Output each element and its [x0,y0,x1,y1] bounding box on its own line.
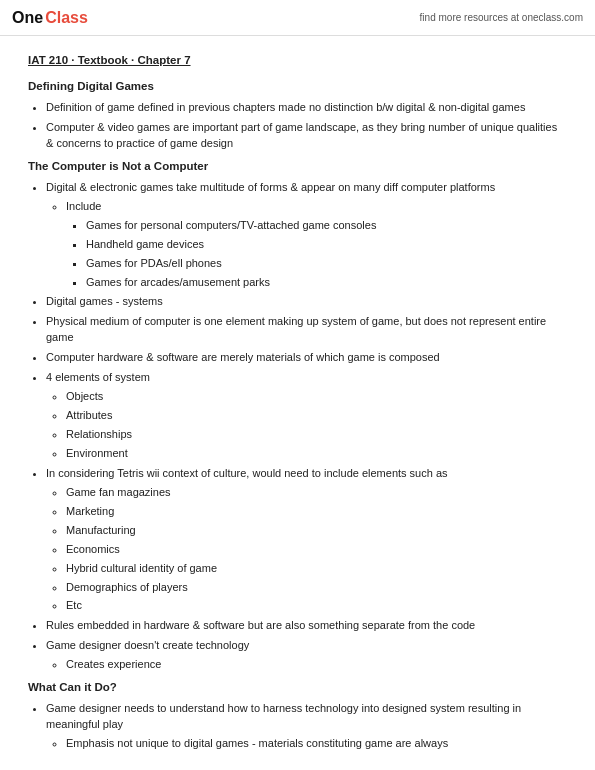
list-item: Computer & video games are important par… [46,120,567,152]
sub-list: Game fan magazines Marketing Manufacturi… [66,485,567,615]
list-item: Game fan magazines [66,485,567,501]
logo: OneClass [12,9,88,27]
list-item: Attributes [66,408,567,424]
sub-list: Include Games for personal computers/TV-… [66,199,567,291]
list-item-text: Include [66,200,101,212]
list-item-text: Digital & electronic games take multitud… [46,181,495,193]
sub-sub-list: Games for personal computers/TV-attached… [86,218,567,291]
list-item: Creates experience [66,657,567,673]
list-item: Games for personal computers/TV-attached… [86,218,567,234]
list-item: Rules embedded in hardware & software bu… [46,618,567,634]
list-item: Include Games for personal computers/TV-… [66,199,567,291]
list-item: Digital & electronic games take multitud… [46,180,567,291]
list-item: Environment [66,446,567,462]
list-item: Game designer doesn't create technology … [46,638,567,673]
list-item: Objects [66,389,567,405]
list-item-text: Game designer needs to understand how to… [46,702,521,730]
list-item: 4 elements of system Objects Attributes … [46,370,567,462]
list-item: Etc [66,598,567,614]
section-title-defining: Defining Digital Games [28,80,567,92]
doc-title: IAT 210 · Textbook · Chapter 7 [28,54,567,66]
list-item: Game designer needs to understand how to… [46,701,567,752]
main-content: IAT 210 · Textbook · Chapter 7 Defining … [0,36,595,770]
demographics-of-players: Demographics of players [66,580,567,596]
sub-list: Emphasis not unique to digital games - m… [66,736,567,752]
list-item: Marketing [66,504,567,520]
list-item: Computer hardware & software are merely … [46,350,567,366]
list-item: Relationships [66,427,567,443]
section-whatcando-list: Game designer needs to understand how to… [46,701,567,752]
section-title-whatcando: What Can it Do? [28,681,567,693]
list-item: Physical medium of computer is one eleme… [46,314,567,346]
list-item: Definition of game defined in previous c… [46,100,567,116]
list-item: In considering Tetris wii context of cul… [46,466,567,615]
list-item: Games for arcades/amusement parks [86,275,567,291]
list-item: Economics [66,542,567,558]
sub-list: Objects Attributes Relationships Environ… [66,389,567,462]
list-item: Handheld game devices [86,237,567,253]
sub-list: Creates experience [66,657,567,673]
list-item: Hybrid cultural identity of game [66,561,567,577]
list-item-text: 4 elements of system [46,371,150,383]
list-item: Digital games - systems [46,294,567,310]
section-title-computer: The Computer is Not a Computer [28,160,567,172]
list-item: Emphasis not unique to digital games - m… [66,736,567,752]
list-item-text: Game designer doesn't create technology [46,639,249,651]
section-defining-list: Definition of game defined in previous c… [46,100,567,152]
list-item: Games for PDAs/ell phones [86,256,567,272]
logo-class: Class [45,9,88,27]
list-item-text: In considering Tetris wii context of cul… [46,467,448,479]
header-link: find more resources at oneclass.com [420,12,583,23]
logo-one: One [12,9,43,27]
list-item: Manufacturing [66,523,567,539]
header-bar: OneClass find more resources at oneclass… [0,0,595,36]
section-computer-list: Digital & electronic games take multitud… [46,180,567,673]
